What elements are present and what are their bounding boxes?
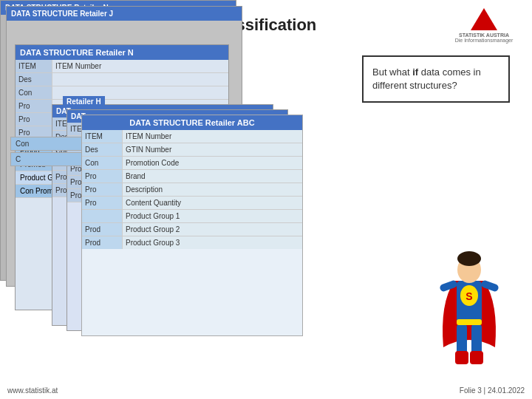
abc-row5-col1: Pro [82, 183, 123, 196]
callout-text: But what if data comes in different stru… [372, 66, 481, 91]
abc-row3-col2: Promotion Code [123, 157, 302, 169]
svg-point-4 [457, 251, 481, 266]
superman-figure: S [425, 229, 514, 377]
abc-row9-col1: Prod [82, 236, 123, 249]
n-row1-col1: ITEM [16, 60, 52, 72]
card-abc: DATA STRUCTURE Retailer ABC ITEM ITEM Nu… [81, 115, 303, 336]
svg-rect-11 [457, 319, 482, 325]
abc-row6-col1: Pro [82, 197, 123, 209]
n-row4-col1: Pro [16, 100, 52, 112]
abc-row7-col2: Product Group 1 [123, 210, 302, 222]
abc-row3-col1: Con [82, 157, 123, 169]
abc-row2-col2: GTIN Number [123, 143, 302, 156]
abc-row4-col2: Brand [123, 170, 302, 183]
superman-svg: S [432, 236, 506, 369]
card-j-header: DATA STRUCTURE Retailer J [7, 7, 242, 21]
card-abc-header: DATA STRUCTURE Retailer ABC [82, 115, 302, 130]
abc-row1-col2: ITEM Number [123, 130, 302, 143]
logo-icon [471, 8, 497, 30]
abc-row5-col2: Description [123, 183, 302, 196]
logo-text: STATISTIK AUSTRIADie Informationsmanager [455, 33, 514, 43]
slide: The challenge of product-classification … [0, 0, 532, 399]
logo: STATISTIK AUSTRIADie Informationsmanager [451, 10, 517, 40]
abc-row8-col2: Product Group 2 [123, 223, 302, 236]
abc-row2-col1: Des [82, 143, 123, 156]
n-row5-col1: Pro [16, 113, 52, 126]
footer-url: www.statistik.at [7, 386, 58, 395]
retailer-h-label: Retailer H [63, 96, 105, 107]
callout-box: But what if data comes in different stru… [362, 55, 510, 103]
card-main-n-header: DATA STRUCTURE Retailer N [16, 45, 228, 60]
n-row2-col1: Des [16, 73, 52, 86]
abc-row6-col2: Content Quantity [123, 197, 302, 209]
abc-row1-col1: ITEM [82, 130, 123, 143]
n-row3-col1: Con [16, 86, 52, 99]
abc-row7-col1 [82, 210, 123, 222]
abc-row4-col1: Pro [82, 170, 123, 183]
footer: www.statistik.at Folie 3 | 24.01.2022 [7, 386, 525, 395]
svg-text:S: S [466, 290, 472, 302]
abc-row8-col1: Prod [82, 223, 123, 236]
footer-slide-info: Folie 3 | 24.01.2022 [460, 386, 525, 395]
n-row1-col2: ITEM Number [52, 60, 228, 72]
svg-rect-9 [455, 351, 468, 364]
abc-row9-col2: Product Group 3 [123, 236, 302, 249]
n-row2-col2 [52, 73, 228, 86]
svg-rect-10 [470, 351, 483, 364]
